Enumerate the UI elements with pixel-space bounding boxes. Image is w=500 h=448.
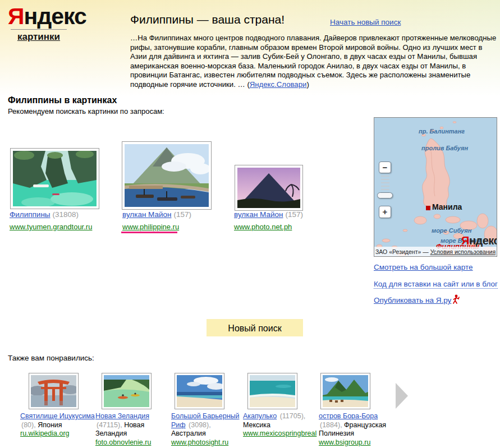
mayon-volcano-dusk-image[interactable] xyxy=(237,168,300,208)
like-link-5[interactable]: остров Бора-Бора xyxy=(319,412,378,420)
suggestion-url-1[interactable]: www.tyumen.grandtour.ru xyxy=(10,223,92,231)
mayon-volcano-harbor-image[interactable] xyxy=(125,144,209,207)
suggestion-url-2-wrap: www.philippine.ru xyxy=(122,223,179,231)
logo-text[interactable]: Яндекс xyxy=(8,5,86,28)
suggestion-count-2: (157) xyxy=(174,210,192,219)
like-thumbnail-1[interactable] xyxy=(29,373,79,409)
suggestion-link-3[interactable]: вулкан Майон xyxy=(234,210,283,219)
suggestion-count-3: (157) xyxy=(286,210,304,219)
suggestion-url-3[interactable]: www.photo.net.ph xyxy=(234,223,292,231)
like-caption-4: Акапулько (11705), Мексика www.mexicospr… xyxy=(243,412,316,438)
like-thumbnail-2[interactable] xyxy=(102,373,152,409)
suggestion-caption-2: вулкан Майон(157) xyxy=(122,210,191,219)
bora-bora-island-image[interactable] xyxy=(323,375,368,407)
itsukushima-torii-image[interactable] xyxy=(31,375,76,407)
suggestion-url-1-wrap: www.tyumen.grandtour.ru xyxy=(10,223,92,231)
like-caption-3: Большой Барьерный Риф (3098), Австралия … xyxy=(171,412,243,447)
map-attribution-strip: ЗАО «Резидент» — Условия использования xyxy=(374,247,497,256)
acapulco-beach-image[interactable] xyxy=(250,375,295,407)
plus-icon: + xyxy=(383,207,388,216)
yandex-images-result-page: Яндекс картинки Филиппины — ваша страна!… xyxy=(0,0,500,448)
map-label-city: Манила xyxy=(432,202,462,211)
suggestion-link-1[interactable]: Филиппины xyxy=(10,210,51,219)
like-thumbnail-4[interactable] xyxy=(247,373,297,409)
suggestion-caption-3: вулкан Майон(157) xyxy=(234,210,303,219)
like-url-3[interactable]: www.photosight.ru xyxy=(171,438,228,446)
map-label-strait-north: пр. Балинтанг xyxy=(419,128,465,135)
suggestion-thumbnail-2[interactable] xyxy=(122,141,212,210)
description-text: …На Филиппинах много центров подводного … xyxy=(130,34,496,89)
images-service-link[interactable]: картинки xyxy=(17,31,60,42)
map-zoom-in-button[interactable]: + xyxy=(379,206,391,218)
embed-code-link[interactable]: Код для вставки на сайт или в блог xyxy=(374,280,498,289)
like-caption-5: остров Бора-Бора (1884), Французская Пол… xyxy=(319,412,387,447)
like-thumbnail-3[interactable] xyxy=(175,373,224,409)
yaru-man-icon xyxy=(452,294,460,304)
manila-marker xyxy=(426,206,430,210)
country-description: …На Филиппинах много центров подводного … xyxy=(130,34,499,90)
like-url-1[interactable]: ru.wikipedia.org xyxy=(20,429,70,437)
logo-letter-ya: Я xyxy=(8,3,24,29)
suggestion-thumbnail-3[interactable] xyxy=(235,165,303,211)
like-link-4[interactable]: Акапулько xyxy=(243,412,277,420)
like-caption-2: Новая Зеландия (47115), Новая Зеландия f… xyxy=(95,412,166,447)
like-link-1[interactable]: Святилище Ицукусима xyxy=(20,412,95,420)
map-zoom-slider-handle[interactable] xyxy=(377,192,393,198)
zoom-scale-tick xyxy=(381,186,389,187)
philippines-map[interactable]: пр. Балинтанг пролив Бабуян Манила море … xyxy=(374,117,497,257)
start-new-search-link[interactable]: Начать новый поиск xyxy=(330,18,401,26)
map-watermark-logo: Яндекс xyxy=(461,234,497,247)
pink-highlight-underline xyxy=(121,232,177,233)
minus-icon: − xyxy=(383,163,388,172)
likes-heading: Также вам понравились: xyxy=(8,354,94,362)
suggestion-count-1: (31808) xyxy=(53,210,79,219)
page-title: Филиппины — ваша страна! xyxy=(130,13,285,26)
logo[interactable]: Яндекс картинки xyxy=(8,5,86,43)
zoom-scale-tick xyxy=(381,175,389,177)
like-thumbnail-5[interactable] xyxy=(320,373,370,409)
zoom-scale-tick xyxy=(381,179,389,180)
lagoon-with-cliffs-image[interactable] xyxy=(13,151,97,206)
suggestion-link-2[interactable]: вулкан Майон xyxy=(122,210,172,219)
map-zoom-out-button[interactable]: − xyxy=(379,161,391,173)
suggestion-url-2[interactable]: www.philippine.ru xyxy=(122,223,179,231)
logo-underline xyxy=(11,29,67,30)
suggestion-url-3-wrap: www.photo.net.ph xyxy=(234,223,292,231)
next-arrow-icon[interactable] xyxy=(396,383,408,409)
new-zealand-kayaks-image[interactable] xyxy=(104,375,149,407)
like-url-4[interactable]: www.mexicospringbreal xyxy=(243,429,316,437)
yandex-slovari-link[interactable]: Яндекс.Словари xyxy=(250,80,307,89)
view-big-map-link[interactable]: Смотреть на большой карте xyxy=(374,263,473,271)
map-label-sea-sibuyan: море Сибуян xyxy=(432,227,471,234)
map-label-strait-babuyan: пролив Бабуян xyxy=(421,145,468,151)
terms-of-use-link[interactable]: Условия использования xyxy=(430,248,496,255)
suggestion-thumbnail-1[interactable] xyxy=(10,148,99,209)
section-heading: Филиппины в картинках xyxy=(8,95,117,105)
new-search-button[interactable]: Новый поиск xyxy=(207,319,303,336)
like-url-5[interactable]: www.bsigroup.ru xyxy=(319,438,370,446)
zoom-scale-tick xyxy=(381,189,389,190)
like-url-2[interactable]: foto.obnovlenie.ru xyxy=(95,438,151,446)
zoom-scale-tick xyxy=(381,182,389,183)
section-subheading: Рекомендуем поискать картинки по запроса… xyxy=(8,107,164,116)
publish-to-yaru-link[interactable]: Опубликовать на Я.ру xyxy=(374,296,451,304)
map-attribution-text: ЗАО «Резидент» — Условия использования xyxy=(374,247,497,255)
suggestion-caption-1: Филиппины(31808) xyxy=(10,210,79,219)
like-link-2[interactable]: Новая Зеландия xyxy=(95,412,149,420)
like-caption-1: Святилище Ицукусима (80), Япония ru.wiki… xyxy=(20,412,95,438)
barrier-reef-beach-image[interactable] xyxy=(177,375,222,407)
